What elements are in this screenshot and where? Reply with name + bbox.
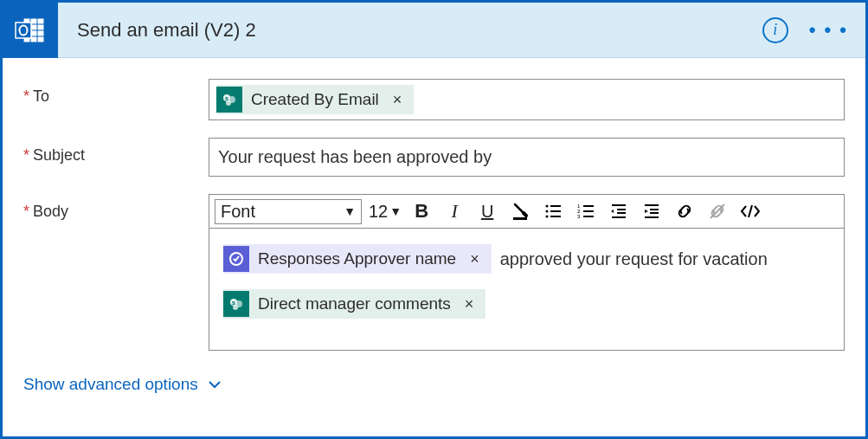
svg-text:s: s	[225, 94, 229, 102]
bullet-list-button[interactable]	[540, 198, 566, 224]
bold-button[interactable]: B	[408, 198, 434, 224]
svg-point-15	[546, 216, 549, 218]
svg-line-36	[749, 205, 752, 217]
svg-text:3: 3	[577, 214, 581, 219]
body-label-text: Body	[33, 203, 68, 220]
body-line-2: s Direct manager comments ×	[223, 289, 830, 319]
token-remove-button[interactable]: ×	[460, 295, 479, 313]
advanced-options-row: Show advanced options	[3, 368, 865, 410]
token-label: Direct manager comments	[258, 294, 451, 313]
field-to-label: *To	[23, 79, 209, 106]
font-color-button[interactable]	[507, 198, 533, 224]
subject-label-text: Subject	[33, 146, 85, 164]
info-icon[interactable]: i	[762, 17, 788, 43]
code-view-button[interactable]	[737, 198, 763, 224]
token-direct-manager-comments[interactable]: s Direct manager comments ×	[223, 289, 485, 319]
token-created-by-email[interactable]: s Created By Email ×	[216, 85, 414, 114]
action-card: Send an email (V2) 2 i • • • *To s Creat…	[0, 0, 868, 439]
editor-toolbar: Font ▼ 12 ▼ B I U	[209, 195, 844, 229]
field-subject: *Subject Your request has been approved …	[23, 138, 845, 177]
link-button[interactable]	[672, 198, 698, 224]
font-size-value: 12	[369, 202, 388, 222]
unlink-button	[704, 198, 730, 224]
svg-marker-29	[611, 210, 614, 213]
advanced-label: Show advanced options	[23, 375, 198, 394]
font-family-value: Font	[221, 202, 255, 222]
subject-value: Your request has been approved by	[216, 144, 493, 171]
italic-button[interactable]: I	[441, 198, 467, 224]
svg-rect-12	[513, 217, 527, 220]
card-body: *To s Created By Email × *Subject Your r…	[3, 58, 865, 351]
body-line-1: Responses Approver name × approved your …	[223, 244, 830, 274]
token-label: Created By Email	[251, 90, 379, 109]
chevron-down-icon	[207, 377, 222, 392]
to-label-text: To	[33, 87, 49, 105]
svg-point-14	[546, 210, 549, 213]
outlook-icon	[3, 3, 58, 58]
svg-marker-34	[645, 210, 648, 213]
body-editor: Font ▼ 12 ▼ B I U	[209, 194, 845, 351]
subject-input[interactable]: Your request has been approved by	[209, 138, 845, 177]
body-content[interactable]: Responses Approver name × approved your …	[209, 229, 844, 350]
sharepoint-icon: s	[223, 291, 249, 317]
to-input[interactable]: s Created By Email ×	[209, 79, 845, 120]
card-header: Send an email (V2) 2 i • • •	[3, 3, 865, 58]
card-title: Send an email (V2) 2	[77, 19, 762, 42]
indent-button[interactable]	[639, 198, 665, 224]
underline-button[interactable]: U	[474, 198, 500, 224]
token-remove-button[interactable]: ×	[465, 250, 485, 268]
field-body-label: *Body	[23, 194, 209, 221]
show-advanced-options-link[interactable]: Show advanced options	[23, 375, 222, 394]
svg-text:s: s	[232, 299, 236, 307]
field-body: *Body Font ▼ 12 ▼ B I U	[23, 194, 845, 351]
body-text-1: approved your request for vacation	[500, 249, 768, 269]
outdent-button[interactable]	[606, 198, 632, 224]
font-family-select[interactable]: Font ▼	[215, 199, 362, 224]
token-remove-button[interactable]: ×	[388, 91, 408, 109]
token-label: Responses Approver name	[258, 249, 456, 268]
font-size-select[interactable]: 12 ▼	[369, 202, 402, 222]
numbered-list-button[interactable]: 123	[573, 198, 599, 224]
field-to: *To s Created By Email ×	[23, 79, 845, 120]
approvals-icon	[223, 246, 249, 272]
sharepoint-icon: s	[216, 87, 242, 113]
token-responses-approver-name[interactable]: Responses Approver name ×	[223, 244, 492, 274]
more-menu-button[interactable]: • • •	[809, 19, 848, 42]
svg-point-13	[546, 205, 549, 208]
field-subject-label: *Subject	[23, 138, 209, 165]
